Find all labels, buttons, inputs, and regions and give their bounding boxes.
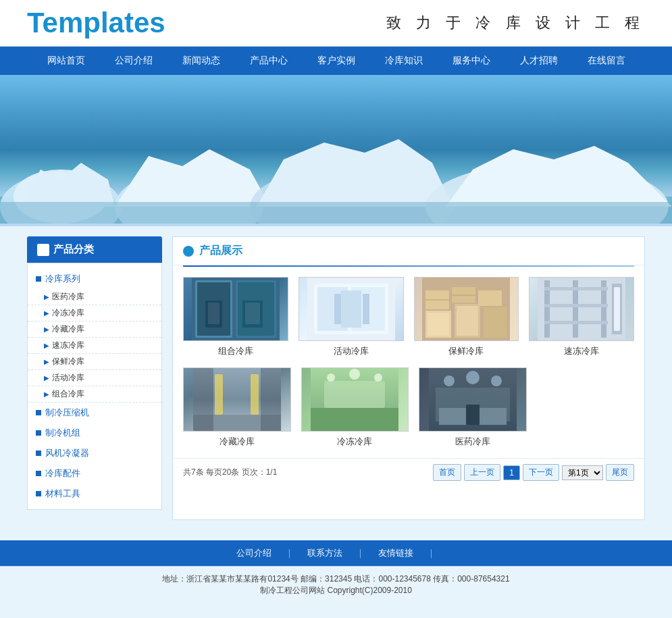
footer-links: 公司介绍 ｜ 联系方法 ｜ 友情链接 ｜: [0, 540, 672, 566]
svg-point-68: [491, 376, 502, 386]
product-item-6[interactable]: 冷冻冷库: [301, 367, 409, 448]
sidebar-item-compressor[interactable]: 制冷压缩机: [28, 403, 161, 423]
product-img-2: [299, 277, 404, 341]
sidebar-sub-refrigerate[interactable]: ▶冷藏冷库: [28, 321, 161, 338]
nav-item-8[interactable]: 在线留言: [573, 47, 640, 75]
cat-label: 冷库系列: [45, 273, 80, 285]
sidebar-item-unit[interactable]: 制冷机组: [28, 423, 161, 443]
footer-sep-2: ｜: [356, 547, 365, 559]
sub-arrow-icon6: ▶: [44, 374, 49, 382]
svg-marker-9: [446, 146, 672, 207]
footer-link-friends[interactable]: 友情链接: [378, 547, 413, 559]
svg-marker-7: [257, 139, 453, 207]
sidebar-sub-mobile[interactable]: ▶活动冷库: [28, 370, 161, 386]
svg-marker-5: [115, 149, 270, 207]
nav-item-4[interactable]: 客户实例: [303, 47, 370, 75]
product-item-5[interactable]: 冷藏冷库: [183, 367, 291, 448]
content-header: 产品展示: [173, 237, 644, 265]
footer-info: 地址：浙江省某某市某某路有01234号 邮编：312345 电话：000-123…: [0, 566, 672, 603]
svg-rect-10: [0, 202, 672, 224]
svg-point-66: [444, 376, 455, 386]
sidebar-sub-assembly[interactable]: ▶组合冷库: [28, 386, 161, 403]
svg-marker-3: [20, 163, 115, 207]
footer-address: 地址：浙江省某某市某某路有01234号 邮编：312345 电话：000-123…: [7, 573, 665, 585]
pagination-bar: 共7条 每页20条 页次：1/1 首页 上一页 1 下一页 第1页 尾页: [173, 458, 644, 486]
page-btn-1[interactable]: 1: [503, 465, 520, 480]
product-item-7[interactable]: 医药冷库: [419, 367, 527, 448]
nav-item-5[interactable]: 冷库知识: [370, 47, 438, 75]
svg-rect-42: [544, 287, 608, 290]
svg-rect-46: [614, 287, 620, 331]
product-img-4: [529, 277, 634, 341]
nav-item-0[interactable]: 网站首页: [32, 47, 100, 75]
product-item-3[interactable]: 保鲜冷库: [414, 277, 519, 357]
logo[interactable]: Templates: [27, 7, 165, 39]
cat-bullet-icon3: [36, 430, 41, 436]
page-btn-prev[interactable]: 上一页: [464, 464, 500, 481]
svg-rect-25: [334, 294, 341, 324]
svg-rect-44: [544, 321, 608, 324]
svg-rect-24: [341, 290, 361, 328]
product-item-4[interactable]: 速冻冷库: [529, 277, 634, 357]
svg-rect-31: [457, 306, 478, 336]
nav-item-7[interactable]: 人才招聘: [505, 47, 573, 75]
sub-arrow-icon4: ▶: [44, 342, 49, 349]
main-content: 产品分类 冷库系列 ▶医药冷库 ▶冷冻冷库 ▶冷藏冷库 ▶速冻冷库 ▶保鲜冷库 …: [0, 226, 672, 530]
product-img-5: [183, 367, 291, 432]
page-btn-next[interactable]: 下一页: [523, 464, 559, 481]
product-name-4: 速冻冷库: [529, 345, 634, 357]
product-grid-row2: 冷藏冷库: [173, 367, 644, 458]
product-name-1: 组合冷库: [183, 345, 288, 357]
nav-item-3[interactable]: 产品中心: [235, 47, 303, 75]
footer-link-contact[interactable]: 联系方法: [307, 547, 342, 559]
product-img-1: [183, 277, 288, 341]
cat-bullet-icon5: [36, 471, 41, 476]
footer-sep-3: ｜: [427, 547, 436, 559]
svg-point-59: [327, 374, 335, 382]
footer-copyright: 制冷工程公司网站 Copyright(C)2009-2010: [7, 585, 665, 596]
sidebar-sub-fresh[interactable]: ▶保鲜冷库: [28, 354, 161, 370]
sidebar-body: 冷库系列 ▶医药冷库 ▶冷冻冷库 ▶冷藏冷库 ▶速冻冷库 ▶保鲜冷库 ▶活动冷库…: [27, 263, 162, 510]
footer-link-about[interactable]: 公司介绍: [236, 547, 272, 559]
content-section-title: 产品展示: [199, 244, 242, 258]
sidebar-sub-medical[interactable]: ▶医药冷库: [28, 289, 161, 305]
slogan: 致 力 于 冷 库 设 计 工 程: [386, 13, 645, 33]
sidebar-item-materials[interactable]: 材料工具: [28, 484, 161, 504]
page-select[interactable]: 第1页: [562, 465, 603, 480]
cat-bullet-icon2: [36, 410, 41, 415]
svg-rect-32: [484, 307, 507, 338]
main-nav: 网站首页公司介绍新闻动态产品中心客户实例冷库知识服务中心人才招聘在线留言: [0, 47, 672, 75]
sidebar-item-cold-series[interactable]: 冷库系列: [28, 269, 161, 289]
svg-point-67: [466, 371, 480, 384]
product-name-7: 医药冷库: [419, 436, 527, 448]
nav-item-2[interactable]: 新闻动态: [167, 47, 235, 75]
sidebar-header-icon: [37, 244, 49, 256]
page-btn-first[interactable]: 首页: [433, 464, 461, 481]
product-item-2[interactable]: 活动冷库: [299, 277, 404, 357]
product-img-7: [419, 367, 527, 432]
svg-point-61: [374, 374, 382, 382]
pagination-buttons: 首页 上一页 1 下一页 第1页 尾页: [433, 464, 634, 481]
sub-arrow-icon: ▶: [44, 293, 49, 301]
product-name-3: 保鲜冷库: [414, 345, 519, 357]
product-grid-row1: 组合冷库 活动冷库: [173, 267, 644, 367]
svg-rect-53: [215, 374, 223, 415]
svg-point-60: [349, 369, 360, 380]
product-img-6: [301, 367, 409, 432]
product-name-5: 冷藏冷库: [183, 436, 291, 448]
nav-item-6[interactable]: 服务中心: [438, 47, 505, 75]
svg-rect-54: [251, 374, 259, 415]
svg-rect-52: [261, 367, 281, 432]
sidebar-item-fan[interactable]: 风机冷凝器: [28, 443, 161, 463]
sidebar-sub-quickfreeze[interactable]: ▶速冻冷库: [28, 338, 161, 354]
sidebar-item-parts[interactable]: 冷库配件: [28, 463, 161, 484]
page-btn-last[interactable]: 尾页: [606, 464, 634, 481]
product-item-1[interactable]: 组合冷库: [183, 277, 288, 357]
footer-sep-1: ｜: [285, 547, 294, 559]
sidebar-header: 产品分类: [27, 236, 162, 263]
sidebar-sub-freeze[interactable]: ▶冷冻冷库: [28, 305, 161, 321]
banner: [0, 75, 672, 224]
nav-item-1[interactable]: 公司介绍: [100, 47, 167, 75]
svg-rect-51: [193, 367, 213, 432]
header: Templates 致 力 于 冷 库 设 计 工 程: [0, 0, 672, 47]
